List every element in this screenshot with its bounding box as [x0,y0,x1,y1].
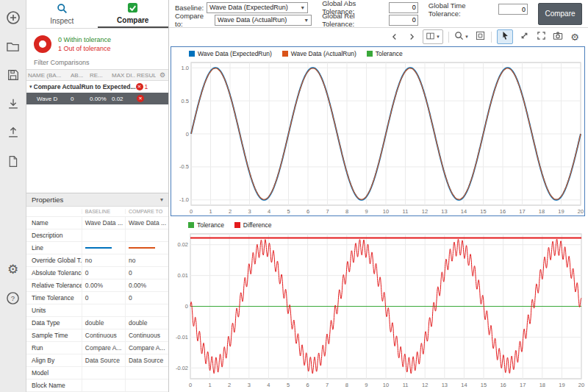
top-chart[interactable]: Wave Data (ExpectedRun) Wave Data (Actua… [171,46,585,216]
svg-text:0.02: 0.02 [177,241,188,248]
fullscreen-button[interactable] [535,30,547,43]
global-abs-tolerance-input[interactable] [389,2,418,13]
legend-item-actual-run[interactable]: Wave Data (ActualRun) [282,50,356,57]
signal-comparison-plot[interactable]: 012345678910111213141516171819201.00.50-… [171,60,584,215]
svg-text:-0.02: -0.02 [176,365,188,371]
document-icon [7,155,19,168]
comparison-group-label: Compare ActualRun to Expected... [34,83,136,90]
prev-arrow-button[interactable] [389,30,401,43]
create-report-button[interactable] [4,152,22,170]
layout-dropdown-button[interactable]: ▼ [423,29,443,44]
property-label: Relative Tolerance [26,282,82,289]
property-baseline-value [82,379,125,391]
property-row-override-global-tolerance: Override Global T... no no [26,254,168,267]
comparisons-table-header: NAME (BA... AB... RE... MAX DI... RESULT… [26,69,168,81]
next-arrow-button[interactable] [406,30,417,43]
svg-text:9: 9 [365,208,368,215]
legend-item-tolerance[interactable]: Tolerance [188,221,224,229]
compare-to-dropdown[interactable]: Wave Data (ActualRun) ▼ [215,15,312,26]
svg-text:19: 19 [558,208,564,215]
svg-text:9: 9 [365,382,368,388]
plot-settings-button[interactable]: ⚙ [569,30,581,43]
chart-svg: 012345678910111213141516171819201.00.50-… [171,60,584,215]
property-label: Block Name [26,382,82,389]
snapshot-button[interactable] [552,30,564,43]
column-result: RESULT [135,72,156,79]
pointer-tool-button[interactable] [497,29,513,44]
svg-text:0: 0 [190,208,193,215]
svg-text:17: 17 [519,208,525,215]
main-panel: Baseline: Wave Data (ExpectedRun) ▼ Comp… [169,0,588,392]
compare-line-swatch [129,247,155,249]
compare-controls-bar: Baseline: Wave Data (ExpectedRun) ▼ Comp… [169,0,588,28]
legend-swatch [234,222,240,228]
help-button[interactable]: ? [4,289,22,307]
fail-result-icon: ✕ [137,95,144,102]
svg-text:15: 15 [481,382,487,388]
chevron-down-icon: ▼ [304,18,309,23]
svg-text:4: 4 [267,382,270,388]
legend-item-expected-run[interactable]: Wave Data (ExpectedRun) [189,50,272,57]
property-row-name: Name Wave Data ... Wave Data ... [26,217,168,229]
svg-text:11: 11 [403,208,409,215]
properties-title: Properties [32,196,63,204]
svg-text:8: 8 [345,382,348,388]
difference-chart[interactable]: Tolerance Difference 0123456789101112131… [171,218,585,389]
baseline-dropdown[interactable]: Wave Data (ExpectedRun) ▼ [207,2,308,13]
error-badge-icon: ✕ [136,83,143,90]
save-button[interactable] [4,66,22,84]
baseline-dropdown-value: Wave Data (ExpectedRun) [209,4,288,11]
properties-panel: Properties ▾ BASELINE COMPARE TO Name Wa… [26,193,168,392]
compare-to-label: Compare to: [175,12,212,28]
baseline-column-label: BASELINE [82,209,125,214]
export-button[interactable] [4,124,22,141]
filter-comparisons[interactable]: Filter Comparisons [26,58,168,69]
pan-expand-button[interactable] [518,30,530,43]
fit-to-view-icon [476,30,485,43]
property-label: Name [26,219,82,227]
out-of-tolerance-count: 1 Out of tolerance [58,45,111,52]
property-row-relative-tolerance: Relative Tolerance 0.00% 0.00% [26,279,168,292]
signal-abs-cell: 0 [69,96,88,102]
import-button[interactable] [4,95,22,113]
global-rel-tolerance-input[interactable] [389,15,418,26]
property-row-run: Run Compare A... Compare A... [26,342,168,354]
tab-inspect[interactable]: Inspect [26,0,98,28]
legend-item-difference[interactable]: Difference [234,221,272,229]
svg-text:0: 0 [186,131,189,138]
property-row-time-tolerance: Time Tolerance 0 0 [26,292,168,304]
properties-column-header: BASELINE COMPARE TO [26,207,168,217]
chart-svg: 012345678910111213141516171819200.020.01… [171,231,585,389]
toolbar-divider [491,32,492,43]
preferences-button[interactable]: ⚙ [4,260,22,278]
baseline-line-swatch [85,247,112,249]
error-badge-count: 1 [145,83,148,90]
comparison-signal-row[interactable]: Wave D 0 0.00% 0.02 ✕ [26,93,168,104]
left-panel-empty-space [26,104,168,193]
legend-item-tolerance[interactable]: Tolerance [367,50,403,57]
property-label: Model [26,369,82,377]
global-time-tolerance-input[interactable] [498,4,528,15]
fit-to-view-button[interactable] [474,30,486,43]
zoom-dropdown-button[interactable]: ▼ [454,30,469,43]
property-compare-value [125,379,168,391]
add-run-button[interactable] [4,9,22,26]
import-arrow-icon [7,97,20,110]
property-baseline-value: 0 [82,292,125,304]
column-settings-icon[interactable]: ⚙ [159,71,168,79]
comparison-group-row[interactable]: ▾ Compare ActualRun to Expected... ✕ 1 [26,81,168,93]
legend-swatch [188,222,194,228]
property-compare-value: 0 [125,267,168,279]
compare-button[interactable]: Compare [538,3,582,25]
collapse-chevron-icon[interactable]: ▾ [160,196,163,203]
svg-text:6: 6 [306,382,309,388]
plot-toolbar: ▼ ▼ ⚙ [169,28,588,46]
property-baseline-value: 0.00% [82,279,125,291]
tab-compare[interactable]: Compare [98,0,169,28]
svg-text:7: 7 [326,382,329,388]
property-compare-value: 0 [125,292,168,304]
open-button[interactable] [4,38,22,55]
difference-plot[interactable]: 012345678910111213141516171819200.020.01… [171,231,585,389]
properties-header[interactable]: Properties ▾ [26,193,168,207]
property-compare-value: Data Source [125,354,168,366]
